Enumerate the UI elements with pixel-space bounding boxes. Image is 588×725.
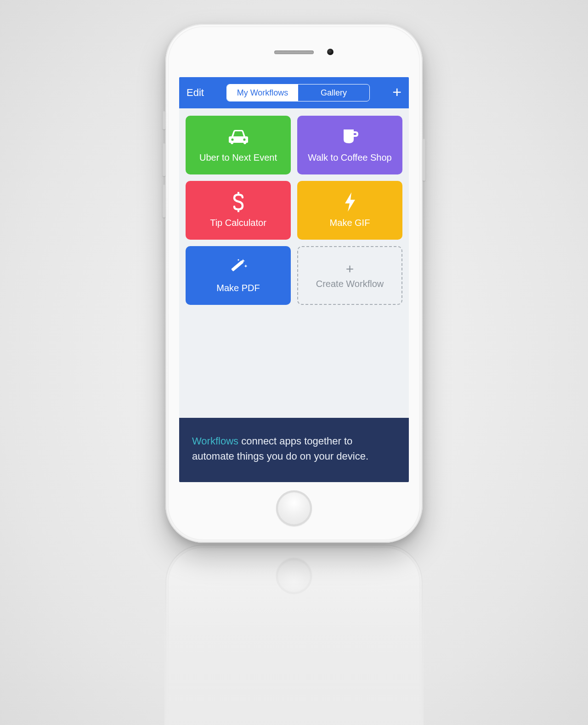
workflow-tile-pdf[interactable]: Make PDF bbox=[186, 246, 291, 305]
volume-up bbox=[163, 143, 165, 176]
tile-label: Tip Calculator bbox=[210, 218, 266, 228]
wand-icon bbox=[228, 256, 249, 278]
svg-rect-2 bbox=[231, 260, 243, 271]
front-camera bbox=[327, 49, 334, 55]
tile-label: Make PDF bbox=[216, 283, 260, 293]
car-icon bbox=[228, 126, 249, 148]
volume-down bbox=[163, 185, 165, 218]
tab-my-workflows[interactable]: My Workflows bbox=[227, 84, 298, 101]
speaker-grille bbox=[274, 51, 314, 54]
workflow-grid-container: Uber to Next Event Walk to Coffee Shop bbox=[179, 108, 409, 418]
workflow-tile-tip[interactable]: Tip Calculator bbox=[186, 181, 291, 240]
navbar: Edit My Workflows Gallery + bbox=[179, 77, 409, 108]
create-workflow-tile[interactable]: + Create Workflow bbox=[297, 246, 402, 305]
home-button[interactable] bbox=[276, 490, 312, 526]
power-button bbox=[423, 139, 425, 181]
workflow-grid: Uber to Next Event Walk to Coffee Shop bbox=[186, 116, 402, 305]
tile-label: Make GIF bbox=[330, 218, 370, 228]
device-bezel: Edit My Workflows Gallery + bbox=[168, 27, 420, 540]
tile-label: Uber to Next Event bbox=[199, 152, 277, 163]
segmented-control: My Workflows Gallery bbox=[226, 84, 370, 101]
add-button[interactable]: + bbox=[392, 84, 401, 100]
device-frame: Edit My Workflows Gallery + bbox=[165, 24, 423, 543]
svg-point-0 bbox=[231, 138, 233, 141]
tile-label: Walk to Coffee Shop bbox=[308, 152, 391, 163]
plus-icon: + bbox=[346, 262, 354, 276]
workflow-tile-gif[interactable]: Make GIF bbox=[297, 181, 402, 240]
edit-button[interactable]: Edit bbox=[187, 87, 204, 99]
tab-gallery[interactable]: Gallery bbox=[298, 84, 369, 101]
mute-switch bbox=[163, 111, 165, 129]
workflow-tile-uber[interactable]: Uber to Next Event bbox=[186, 116, 291, 174]
mug-icon bbox=[341, 126, 359, 148]
svg-point-1 bbox=[243, 138, 245, 141]
dollar-icon bbox=[232, 191, 244, 213]
info-banner: Workflows connect apps together to autom… bbox=[179, 418, 409, 482]
banner-highlight: Workflows bbox=[192, 435, 238, 447]
svg-point-3 bbox=[237, 259, 239, 260]
tile-label: Create Workflow bbox=[316, 279, 384, 289]
screen: Edit My Workflows Gallery + bbox=[179, 77, 409, 482]
bolt-icon bbox=[344, 191, 356, 213]
workflow-tile-coffee[interactable]: Walk to Coffee Shop bbox=[297, 116, 402, 174]
plus-icon: + bbox=[392, 83, 401, 101]
